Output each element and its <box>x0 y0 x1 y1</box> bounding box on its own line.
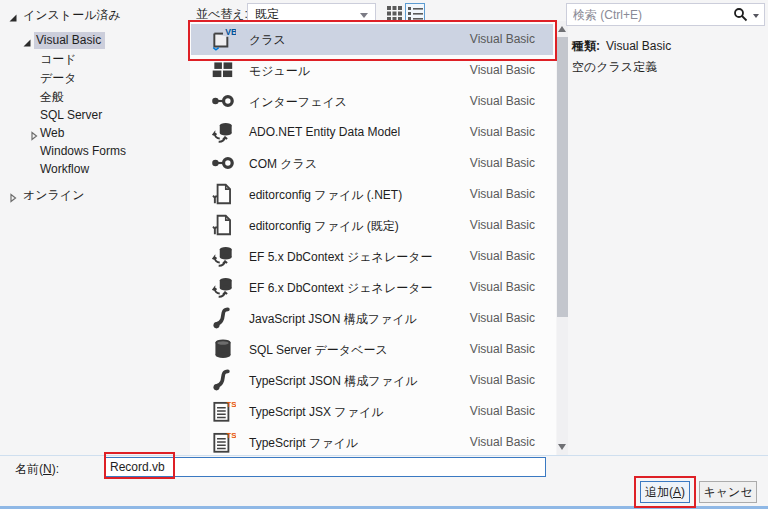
template-kind: 種類:Visual Basic <box>572 38 671 55</box>
tree-collapsed-icon[interactable] <box>8 190 18 200</box>
tree-expanded-icon[interactable] <box>8 10 18 20</box>
sidebar-item-general[interactable]: 全般 <box>40 88 64 106</box>
template-item-type: Visual Basic <box>470 32 535 46</box>
add-new-item-dialog: インストール済み Visual Basic コード データ 全般 SQL Ser… <box>0 0 768 509</box>
template-item-type: Visual Basic <box>470 404 535 418</box>
tree-collapsed-icon[interactable] <box>29 128 39 138</box>
template-item-label: TypeScript JSX ファイル <box>249 404 384 421</box>
name-label: 名前(N): <box>15 461 59 478</box>
sidebar-item-workflow[interactable]: Workflow <box>40 160 89 178</box>
chevron-down-icon[interactable] <box>753 14 759 18</box>
template-item-interface[interactable]: インターフェイス Visual Basic <box>191 86 553 117</box>
template-item-editorconfig-default[interactable]: editorconfig ファイル (既定) Visual Basic <box>191 210 553 241</box>
template-item-type: Visual Basic <box>470 125 535 139</box>
template-item-type: Visual Basic <box>470 342 535 356</box>
sidebar-item-online[interactable]: オンライン <box>8 186 84 204</box>
template-item-ts-jsx-file[interactable]: TypeScript JSX ファイル Visual Basic <box>191 396 553 427</box>
template-item-sql-database[interactable]: SQL Server データベース Visual Basic <box>191 334 553 365</box>
name-input[interactable] <box>104 457 546 477</box>
template-item-editorconfig-net[interactable]: editorconfig ファイル (.NET) Visual Basic <box>191 179 553 210</box>
template-item-label: モジュール <box>249 63 310 80</box>
ef-dbcontext-icon <box>210 274 236 300</box>
sidebar-item-data[interactable]: データ <box>40 69 77 87</box>
add-button[interactable]: 追加(A) <box>640 481 690 503</box>
template-item-label: editorconfig ファイル (既定) <box>249 218 399 235</box>
template-item-label: JavaScript JSON 構成ファイル <box>249 311 417 328</box>
template-item-type: Visual Basic <box>470 63 535 77</box>
sidebar-item-sql-server[interactable]: SQL Server <box>40 106 102 124</box>
sidebar-item-label: Web <box>40 126 64 140</box>
sort-dropdown-value: 既定 <box>255 7 279 21</box>
template-item-label: ADO.NET Entity Data Model <box>249 125 400 139</box>
search-input[interactable] <box>573 5 728 24</box>
template-item-type: Visual Basic <box>470 373 535 387</box>
template-item-ts-file[interactable]: TypeScript ファイル Visual Basic <box>191 427 553 456</box>
interface-icon <box>210 88 236 114</box>
template-item-type: Visual Basic <box>470 435 535 449</box>
sidebar-item-label: オンライン <box>23 188 84 202</box>
sidebar-item-code[interactable]: コード <box>40 50 77 68</box>
sidebar-item-label: Workflow <box>40 162 89 176</box>
sql-database-icon <box>210 336 236 362</box>
entity-data-model-icon <box>210 119 236 145</box>
typescript-file-icon <box>210 398 236 424</box>
vertical-scrollbar[interactable] <box>557 21 568 455</box>
template-item-label: EF 5.x DbContext ジェネレーター <box>249 249 432 266</box>
ef-dbcontext-icon <box>210 243 236 269</box>
sidebar-item-windows-forms[interactable]: Windows Forms <box>40 142 126 160</box>
template-item-label: インターフェイス <box>249 94 347 111</box>
scrollbar-thumb[interactable] <box>557 37 568 317</box>
chevron-down-icon <box>360 13 368 18</box>
template-item-label: TypeScript JSON 構成ファイル <box>249 373 418 390</box>
editorconfig-icon <box>210 212 236 238</box>
template-item-label: COM クラス <box>249 156 317 173</box>
sidebar-item-visual-basic[interactable]: Visual Basic <box>22 31 105 49</box>
template-item-js-json-config[interactable]: JavaScript JSON 構成ファイル Visual Basic <box>191 303 553 334</box>
sidebar-item-label: SQL Server <box>40 108 102 122</box>
kind-label: 種類: <box>572 39 600 53</box>
class-icon <box>210 26 236 52</box>
sidebar-item-label: Visual Basic <box>34 32 105 49</box>
json-config-icon <box>210 367 236 393</box>
template-item-com-class[interactable]: COM クラス Visual Basic <box>191 148 553 179</box>
editorconfig-icon <box>210 181 236 207</box>
module-icon <box>210 57 236 83</box>
sidebar-item-label: Windows Forms <box>40 144 126 158</box>
template-item-type: Visual Basic <box>470 249 535 263</box>
kind-value: Visual Basic <box>606 39 671 53</box>
search-box[interactable] <box>566 3 765 26</box>
template-item-ts-json-config[interactable]: TypeScript JSON 構成ファイル Visual Basic <box>191 365 553 396</box>
template-item-ef5-dbcontext[interactable]: EF 5.x DbContext ジェネレーター Visual Basic <box>191 241 553 272</box>
template-item-label: editorconfig ファイル (.NET) <box>249 187 402 204</box>
template-item-type: Visual Basic <box>470 94 535 108</box>
sidebar-item-label: コード <box>40 52 77 66</box>
sidebar-item-web[interactable]: Web <box>29 124 64 142</box>
template-item-type: Visual Basic <box>470 187 535 201</box>
template-description: 空のクラス定義 <box>572 59 657 76</box>
template-item-type: Visual Basic <box>470 156 535 170</box>
sidebar-item-installed[interactable]: インストール済み <box>8 6 121 24</box>
template-item-type: Visual Basic <box>470 311 535 325</box>
template-item-module[interactable]: モジュール Visual Basic <box>191 55 553 86</box>
sidebar-item-label: 全般 <box>40 90 64 104</box>
cancel-button[interactable]: キャンセル <box>699 481 757 503</box>
footer-divider <box>0 455 768 456</box>
sidebar-item-label: インストール済み <box>23 8 121 22</box>
template-list: クラス Visual Basic モジュール Visual Basic インター… <box>190 20 556 456</box>
scroll-down-icon[interactable] <box>558 444 566 450</box>
template-item-type: Visual Basic <box>470 218 535 232</box>
search-icon[interactable] <box>733 7 748 22</box>
json-config-icon <box>210 305 236 331</box>
scroll-up-icon[interactable] <box>558 26 566 32</box>
template-item-label: EF 6.x DbContext ジェネレーター <box>249 280 432 297</box>
template-item-label: クラス <box>249 32 286 49</box>
template-item-label: TypeScript ファイル <box>249 435 358 452</box>
template-item-label: SQL Server データベース <box>249 342 388 359</box>
template-item-type: Visual Basic <box>470 280 535 294</box>
tree-expanded-icon[interactable] <box>22 35 32 45</box>
sidebar-item-label: データ <box>40 71 77 85</box>
template-item-ef6-dbcontext[interactable]: EF 6.x DbContext ジェネレーター Visual Basic <box>191 272 553 303</box>
typescript-file-icon <box>210 429 236 455</box>
template-item-ado-net-entity[interactable]: ADO.NET Entity Data Model Visual Basic <box>191 117 553 148</box>
template-item-class[interactable]: クラス Visual Basic <box>191 24 553 55</box>
